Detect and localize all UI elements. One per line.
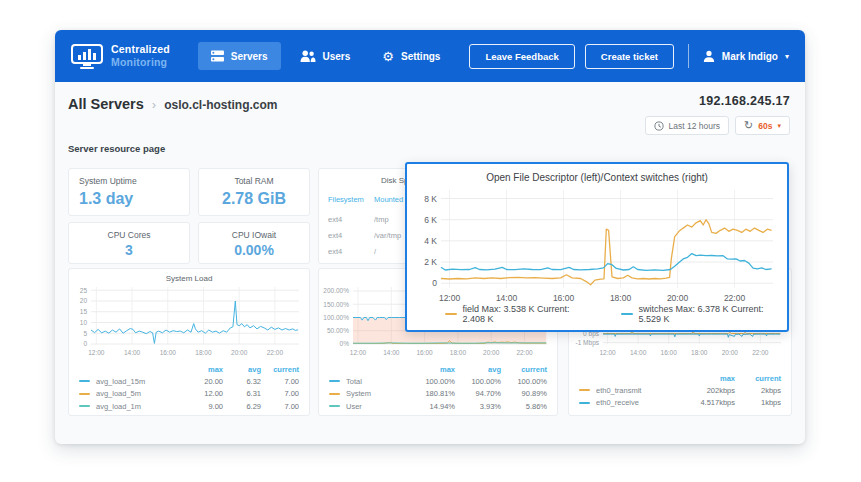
svg-text:20:00: 20:00 bbox=[722, 349, 739, 356]
breadcrumb: All Servers › oslo.cl-hosting.com bbox=[68, 96, 277, 112]
legend-series-row[interactable]: User14.94%3.93%5.86% bbox=[329, 400, 547, 413]
svg-text:18:00: 18:00 bbox=[195, 349, 212, 356]
cell-max: 20.00 bbox=[185, 377, 223, 386]
legend-rows: avg_load_15m20.006.327.00avg_load_5m12.0… bbox=[79, 375, 299, 413]
breadcrumb-all-servers[interactable]: All Servers bbox=[68, 96, 144, 112]
cell-avg: 6.31 bbox=[223, 389, 261, 398]
popup-chart-plot[interactable]: 02 K4 K6 K8 K12:0014:0016:0018:0020:0022… bbox=[411, 188, 779, 306]
cell-avg: 6.32 bbox=[223, 377, 261, 386]
user-name: Mark Indigo bbox=[722, 51, 778, 62]
nav-tab-servers[interactable]: Servers bbox=[198, 42, 281, 70]
open-file-descriptor-popup-panel: Open File Descriptor (left)/Context swit… bbox=[405, 162, 789, 332]
svg-text:22:00: 22:00 bbox=[516, 349, 533, 356]
svg-text:0: 0 bbox=[83, 340, 87, 347]
legend-item-switches[interactable]: switches Max: 6.378 K Current: 5.529 K bbox=[621, 304, 779, 324]
brand-text: Centralized Monitoring bbox=[111, 43, 170, 68]
refresh-icon: ↻ bbox=[744, 120, 753, 131]
cell-max: 12.00 bbox=[185, 389, 223, 398]
legend-col-current: current bbox=[261, 365, 299, 374]
legend-col-max: max bbox=[185, 365, 223, 374]
cell-avg: 100.00% bbox=[455, 377, 501, 386]
svg-text:0%: 0% bbox=[340, 340, 350, 347]
legend-rows: Total100.00%100.00%100.00%System180.81%9… bbox=[329, 375, 547, 413]
legend-series-row[interactable]: eth0_receive4.517kbps1kbps bbox=[579, 397, 781, 410]
legend-label: field Max: 3.538 K Current: 2.408 K bbox=[463, 304, 587, 324]
system-load-chart-plot[interactable]: 051015202512:0014:0016:0018:0020:0022:00 bbox=[73, 285, 305, 359]
legend-series-row[interactable]: avg_load_1m9.006.297.00 bbox=[79, 400, 299, 413]
cell-mount: / bbox=[374, 247, 376, 256]
create-ticket-button[interactable]: Create ticket bbox=[585, 44, 674, 69]
legend-series-row[interactable]: eth0_transmit202kbps2kbps bbox=[579, 384, 781, 397]
series-color-swatch bbox=[79, 380, 90, 382]
cell-name: eth0_receive bbox=[596, 398, 689, 407]
cell-name: avg_load_15m bbox=[96, 377, 185, 386]
svg-text:16:00: 16:00 bbox=[661, 349, 678, 356]
cell-current: 90.89% bbox=[501, 389, 547, 398]
svg-text:12:00: 12:00 bbox=[599, 349, 616, 356]
svg-text:22:00: 22:00 bbox=[267, 349, 284, 356]
clock-icon bbox=[654, 121, 664, 131]
cell-fs: ext4 bbox=[328, 247, 374, 256]
stat-card-cpu-iowait: CPU IOwait 0.00% bbox=[198, 222, 310, 264]
refresh-interval-value: 60s bbox=[758, 121, 772, 131]
monitoring-app-window: Centralized Monitoring Servers bbox=[55, 30, 805, 444]
legend-col-current: current bbox=[501, 365, 547, 374]
brand-line2: Monitoring bbox=[111, 56, 170, 69]
nav-tab-settings[interactable]: ⚙ Settings bbox=[369, 42, 453, 71]
user-avatar-icon bbox=[703, 50, 715, 62]
app-logo[interactable]: Centralized Monitoring bbox=[71, 43, 170, 68]
nav-tab-users[interactable]: Users bbox=[287, 42, 364, 70]
time-controls: Last 12 hours ↻ 60s ▾ bbox=[645, 116, 790, 135]
server-ip: 192.168.245.17 bbox=[699, 94, 790, 108]
legend-col-avg: avg bbox=[223, 365, 261, 374]
series-color-swatch bbox=[621, 313, 633, 315]
cell-name: avg_load_5m bbox=[96, 389, 185, 398]
svg-text:14:00: 14:00 bbox=[124, 349, 141, 356]
svg-text:12:00: 12:00 bbox=[88, 349, 105, 356]
servers-icon bbox=[211, 50, 224, 62]
stat-title: CPU Cores bbox=[79, 230, 179, 240]
stat-value: 3 bbox=[79, 242, 179, 258]
cell-max: 14.94% bbox=[409, 402, 455, 411]
cell-max: 4.517kbps bbox=[689, 398, 735, 407]
series-color-swatch bbox=[329, 380, 340, 382]
svg-text:20:00: 20:00 bbox=[231, 349, 248, 356]
user-menu[interactable]: Mark Indigo ▾ bbox=[703, 50, 789, 62]
nav-label-servers: Servers bbox=[231, 51, 268, 62]
gear-icon: ⚙ bbox=[382, 50, 394, 63]
stat-value: 0.00% bbox=[209, 242, 299, 258]
svg-text:12:00: 12:00 bbox=[350, 349, 367, 356]
time-range-button[interactable]: Last 12 hours bbox=[645, 116, 730, 135]
svg-text:8 K: 8 K bbox=[424, 194, 437, 204]
svg-text:200.00%: 200.00% bbox=[323, 287, 349, 294]
desktop-background: Centralized Monitoring Servers bbox=[0, 0, 861, 482]
svg-text:22:00: 22:00 bbox=[752, 349, 769, 356]
stat-card-cpu-cores: CPU Cores 3 bbox=[68, 222, 190, 264]
svg-text:150.00%: 150.00% bbox=[323, 301, 349, 308]
stat-title: CPU IOwait bbox=[209, 230, 299, 240]
cell-current: 7.00 bbox=[261, 377, 299, 386]
stat-title: System Uptime bbox=[79, 176, 179, 186]
legend-series-row[interactable]: avg_load_5m12.006.317.00 bbox=[79, 388, 299, 401]
nav-label-users: Users bbox=[323, 51, 351, 62]
breadcrumb-current-server: oslo.cl-hosting.com bbox=[164, 98, 277, 112]
refresh-interval-button[interactable]: ↻ 60s ▾ bbox=[735, 116, 790, 135]
popup-chart-legend: field Max: 3.538 K Current: 2.408 K swit… bbox=[445, 304, 779, 324]
main-nav: Servers Users ⚙ Settings bbox=[198, 42, 454, 71]
stat-value: 1.3 day bbox=[79, 190, 179, 208]
cell-name: Total bbox=[346, 377, 409, 386]
svg-text:18:00: 18:00 bbox=[691, 349, 708, 356]
legend-series-row[interactable]: System180.81%94.70%90.89% bbox=[329, 388, 547, 401]
legend-header-row: max avg current bbox=[79, 364, 299, 375]
legend-series-row[interactable]: avg_load_15m20.006.327.00 bbox=[79, 375, 299, 388]
series-color-swatch bbox=[579, 389, 590, 391]
leave-feedback-button[interactable]: Leave Feedback bbox=[469, 44, 574, 69]
cell-current: 1kbps bbox=[735, 398, 781, 407]
cell-name: User bbox=[346, 402, 409, 411]
svg-text:18:00: 18:00 bbox=[610, 293, 632, 303]
time-range-label: Last 12 hours bbox=[669, 121, 721, 131]
chart-canvas: 051015202512:0014:0016:0018:0020:0022:00 bbox=[73, 285, 305, 359]
legend-item-field[interactable]: field Max: 3.538 K Current: 2.408 K bbox=[445, 304, 587, 324]
legend-series-row[interactable]: Total100.00%100.00%100.00% bbox=[329, 375, 547, 388]
stat-value: 2.78 GiB bbox=[209, 190, 299, 208]
